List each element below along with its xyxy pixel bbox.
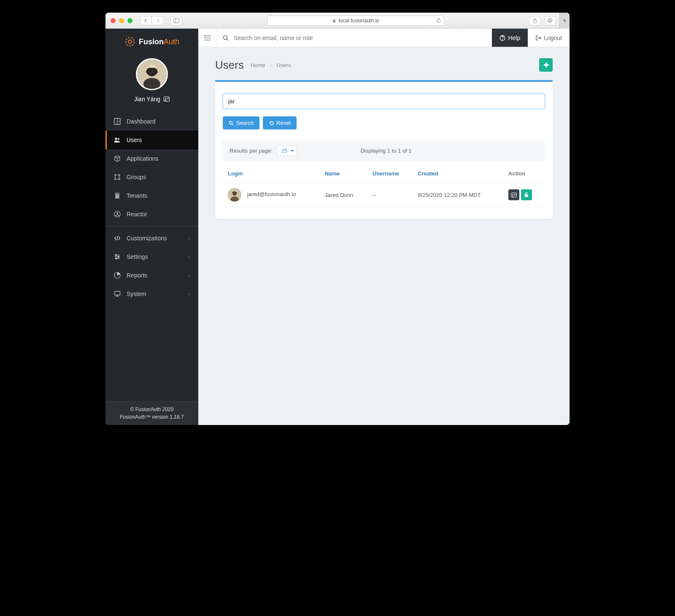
breadcrumb-current: Users (276, 62, 291, 68)
svg-rect-61 (512, 196, 514, 196)
browser-back-button[interactable] (140, 16, 152, 25)
reload-icon[interactable] (436, 18, 441, 23)
svg-rect-16 (167, 99, 169, 100)
search-button[interactable]: Search (223, 116, 259, 129)
svg-point-26 (119, 179, 120, 180)
sidebar-item-label: Settings (127, 253, 148, 260)
svg-point-14 (165, 98, 166, 100)
close-window-button[interactable] (111, 18, 116, 23)
search-icon (229, 121, 234, 126)
sidebar-item-users[interactable]: Users (105, 131, 198, 149)
dashboard-icon (114, 118, 121, 125)
col-action: Action (503, 164, 545, 183)
sidebar-item-reports[interactable]: Reports ‹ (105, 266, 198, 285)
sidebar-item-label: Tenants (127, 192, 147, 199)
svg-rect-0 (174, 18, 179, 23)
browser-titlebar: local.fusionauth.io + (105, 13, 570, 29)
tabs-button[interactable] (544, 16, 556, 25)
col-created[interactable]: Created (413, 164, 503, 183)
profile-name[interactable]: Jian Yáng (134, 96, 170, 102)
users-icon (114, 137, 121, 143)
svg-line-49 (227, 39, 229, 40)
svg-point-39 (116, 255, 117, 256)
results-summary: Displaying 1 to 1 of 1 (360, 148, 411, 154)
svg-point-21 (115, 138, 117, 140)
breadcrumb: Home / Users (251, 62, 291, 68)
topbar: Help Logout (198, 29, 570, 47)
global-search-input[interactable] (234, 35, 486, 41)
minimize-window-button[interactable] (119, 18, 124, 23)
logout-button[interactable]: Logout (528, 29, 570, 47)
svg-point-40 (118, 256, 119, 258)
chevron-left-icon: ‹ (188, 291, 190, 296)
results-per-page-select[interactable]: 25 (277, 145, 297, 156)
brand-logo[interactable]: FusionAuth (105, 29, 198, 55)
chevron-left-icon: ‹ (188, 254, 190, 259)
svg-point-51 (502, 39, 503, 40)
browser-sidebar-button[interactable] (170, 16, 182, 25)
sidebar-item-label: Users (127, 137, 142, 143)
logout-icon (535, 35, 541, 41)
sidebar-nav: Dashboard Users Applications Groups Tena… (105, 112, 198, 303)
search-icon (223, 35, 229, 41)
reset-button[interactable]: Reset (263, 116, 297, 129)
col-username[interactable]: Username (367, 164, 413, 183)
sidebar-item-label: Reports (127, 272, 147, 279)
svg-point-58 (512, 194, 513, 195)
browser-forward-button[interactable] (152, 16, 164, 25)
sidebar-item-system[interactable]: System ‹ (105, 285, 198, 303)
sidebar-item-reactor[interactable]: Reactor (105, 205, 198, 223)
col-name[interactable]: Name (320, 164, 367, 183)
add-user-button[interactable]: ✚ (539, 58, 553, 72)
sidebar-item-tenants[interactable]: Tenants (105, 186, 198, 205)
sliders-icon (114, 253, 121, 260)
svg-rect-60 (514, 195, 516, 195)
view-user-button[interactable] (508, 189, 519, 200)
sidebar-item-customizations[interactable]: Customizations ‹ (105, 229, 198, 247)
sidebar-item-label: Groups (127, 174, 146, 180)
svg-point-35 (117, 214, 118, 215)
chevron-left-icon: ‹ (188, 236, 190, 241)
share-button[interactable] (529, 16, 541, 25)
svg-rect-62 (525, 194, 528, 197)
results-bar: Results per page: 25 Displaying 1 to 1 o… (223, 140, 545, 161)
id-card-icon (164, 97, 170, 102)
reactor-icon (114, 211, 121, 218)
sidebar-item-label: System (127, 291, 146, 297)
svg-point-52 (230, 121, 232, 124)
unlock-icon (524, 192, 529, 197)
breadcrumb-home[interactable]: Home (251, 62, 265, 68)
sidebar-toggle[interactable] (198, 29, 217, 47)
groups-icon (114, 174, 121, 180)
help-button[interactable]: Help (492, 29, 528, 47)
cube-icon (114, 155, 121, 162)
sidebar-item-dashboard[interactable]: Dashboard (105, 112, 198, 131)
sidebar-item-groups[interactable]: Groups (105, 168, 198, 186)
profile-avatar[interactable] (136, 58, 168, 90)
chevron-left-icon: ‹ (188, 273, 190, 278)
help-icon (500, 35, 505, 41)
lock-icon (332, 19, 336, 23)
browser-url-bar[interactable]: local.fusionauth.io (267, 16, 444, 26)
page-title: Users (215, 59, 244, 72)
sidebar-item-label: Reactor (127, 211, 147, 218)
manage-user-button[interactable] (521, 189, 532, 200)
monitor-icon (114, 291, 121, 297)
id-card-icon (511, 193, 517, 197)
sidebar-item-label: Dashboard (127, 118, 156, 125)
table-row: jared@fusionauth.io Jared Dunn – 8/25/20… (223, 183, 545, 207)
svg-line-53 (232, 124, 233, 125)
svg-point-25 (115, 179, 116, 180)
svg-point-41 (116, 258, 117, 259)
users-search-input[interactable] (223, 94, 545, 109)
svg-rect-59 (514, 194, 516, 194)
rpp-label: Results per page: (230, 148, 273, 154)
code-icon (114, 235, 121, 242)
cell-login: jared@fusionauth.io (247, 191, 296, 197)
sidebar-item-applications[interactable]: Applications (105, 149, 198, 168)
sidebar-item-settings[interactable]: Settings ‹ (105, 247, 198, 266)
maximize-window-button[interactable] (127, 18, 132, 23)
new-tab-button[interactable]: + (559, 13, 570, 29)
col-login[interactable]: Login (223, 164, 320, 183)
cell-created: 8/25/2020 12:20 PM MDT (413, 183, 503, 207)
